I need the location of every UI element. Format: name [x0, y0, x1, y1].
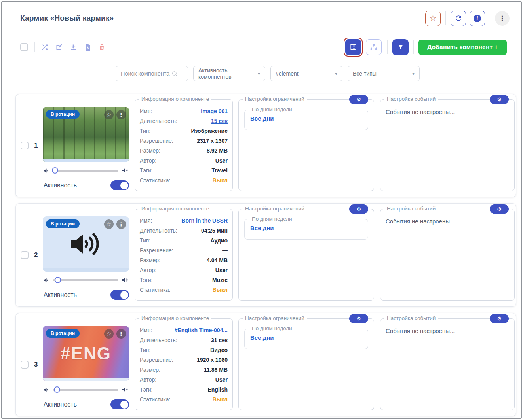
weekdays-box: По дням недели Все дни [244, 219, 368, 240]
toolbar: $ [2, 39, 521, 55]
edit-button[interactable] [55, 43, 63, 51]
thumbnail-progress-strip [43, 159, 129, 162]
star-icon[interactable]: ☆ [104, 329, 114, 339]
gear-icon: ⚙ [497, 206, 502, 212]
info-value: User [215, 265, 228, 275]
row-selector: 3 [21, 361, 43, 369]
trash-icon [98, 43, 106, 51]
type-filter-label: Все типы [353, 70, 377, 77]
info-button[interactable]: i [470, 11, 485, 26]
info-value: 8.92 MB [207, 146, 228, 156]
info-legend: Информация о компоненте [139, 96, 211, 102]
restrictions-settings-button[interactable]: ⚙ [349, 95, 368, 104]
rotation-badge: В ротации [46, 110, 80, 119]
row-number: 2 [34, 251, 38, 259]
volume-slider[interactable] [53, 279, 118, 281]
download-button[interactable] [69, 43, 78, 51]
weekdays-legend: По дням недели [249, 216, 295, 222]
activity-toggle[interactable] [110, 399, 129, 409]
select-all-checkbox[interactable] [20, 43, 28, 51]
info-legend: Информация о компоненте [139, 206, 211, 212]
component-name-link[interactable]: #English Time-004... [175, 325, 228, 335]
info-label: Тип: [140, 236, 150, 246]
divider [490, 11, 490, 25]
activity-filter-dropdown[interactable]: Активность комопнентов ▾ [193, 66, 265, 81]
gear-icon: ⚙ [497, 97, 502, 102]
kebab-icon[interactable]: ⋮ [116, 110, 126, 119]
info-label: Длительность: [140, 335, 177, 345]
row-selector: 2 [21, 251, 43, 259]
info-value: Travel [212, 166, 228, 176]
info-label: Имя: [140, 325, 152, 335]
row-checkbox[interactable] [21, 361, 29, 369]
delete-button[interactable] [97, 43, 106, 51]
kebab-icon[interactable]: ⋮ [116, 219, 126, 229]
volume-slider[interactable] [53, 389, 118, 391]
info-value: 11.86 MB [204, 365, 228, 375]
component-thumbnail[interactable]: #ENG В ротации ☆ ⋮ [43, 326, 129, 381]
volume-high-icon [122, 277, 128, 283]
restrictions-legend: Настройка ограничений [243, 96, 307, 102]
restrictions-panel: Настройка ограничений ⚙ По дням недели В… [238, 209, 374, 301]
chevron-down-icon: ▾ [412, 71, 415, 76]
app-window: Кармик «Новый кармик» ☆ i ⋮ [1, 1, 522, 419]
element-filter-dropdown[interactable]: #element ▾ [270, 66, 342, 81]
events-legend: Настройка событий [384, 96, 438, 102]
type-filter-dropdown[interactable]: Все типы ▾ [348, 66, 420, 81]
info-label: Длительность: [140, 116, 177, 126]
kebab-icon[interactable]: ⋮ [116, 329, 126, 339]
restrictions-settings-button[interactable]: ⚙ [349, 314, 368, 323]
more-menu-button[interactable]: ⋮ [495, 11, 510, 26]
events-settings-button[interactable]: ⚙ [490, 314, 509, 323]
events-legend: Настройка событий [384, 315, 438, 321]
scheme-view-button[interactable] [366, 39, 382, 55]
restrictions-settings-button[interactable]: ⚙ [349, 204, 368, 214]
info-label: Имя: [140, 216, 152, 226]
activity-toggle[interactable] [110, 180, 129, 190]
activity-label: Активность [44, 291, 77, 299]
add-component-button[interactable]: Добавить компонент + [418, 40, 507, 55]
duration-link[interactable]: 15 сек [211, 116, 228, 126]
activity-toggle[interactable] [110, 290, 129, 300]
info-value: Изображение [191, 126, 228, 136]
info-value: 04:25 мин [201, 226, 228, 236]
info-label: Тэги: [140, 166, 153, 176]
row-checkbox[interactable] [21, 251, 29, 259]
events-settings-button[interactable]: ⚙ [490, 95, 509, 104]
volume-knob[interactable] [52, 167, 58, 174]
volume-slider[interactable] [53, 170, 118, 172]
events-settings-button[interactable]: ⚙ [490, 204, 509, 214]
list-view-button[interactable] [345, 39, 361, 55]
info-value: User [215, 375, 228, 385]
info-label: Разрешение: [140, 136, 173, 146]
refresh-button[interactable] [451, 11, 466, 26]
component-thumbnail[interactable]: В ротации ☆ ⋮ [43, 107, 129, 162]
star-icon[interactable]: ☆ [104, 110, 114, 119]
star-icon[interactable]: ☆ [104, 219, 114, 229]
favorite-button[interactable]: ☆ [425, 11, 441, 26]
component-card: 3 #ENG В ротации ☆ ⋮ [15, 313, 516, 416]
activity-row: Активность [43, 290, 129, 300]
component-thumbnail[interactable]: В ротации ☆ ⋮ [43, 216, 129, 272]
gear-icon: ⚙ [356, 97, 361, 102]
info-label: Разрешение: [140, 246, 173, 255]
media-column: В ротации ☆ ⋮ [43, 107, 129, 190]
activity-label: Активность [44, 401, 77, 408]
volume-knob[interactable] [55, 277, 61, 283]
filterbar: Активность комопнентов ▾ #element ▾ Все … [2, 55, 521, 87]
component-name-link[interactable]: Image 001 [201, 106, 228, 116]
gear-icon: ⚙ [497, 316, 502, 321]
info-label: Статистика: [140, 285, 170, 295]
invoice-button[interactable]: $ [83, 43, 92, 51]
refresh-icon [455, 14, 462, 22]
shuffle-button[interactable] [40, 43, 49, 51]
row-checkbox[interactable] [21, 142, 29, 149]
element-filter-label: #element [276, 70, 299, 77]
info-label: Разрешение: [140, 355, 173, 365]
funnel-icon [397, 44, 404, 51]
info-label: Имя: [140, 106, 152, 116]
volume-knob[interactable] [54, 386, 60, 393]
search-input[interactable] [120, 70, 171, 77]
component-name-link[interactable]: Born in the USSR [181, 216, 228, 226]
filter-button[interactable] [392, 39, 409, 55]
